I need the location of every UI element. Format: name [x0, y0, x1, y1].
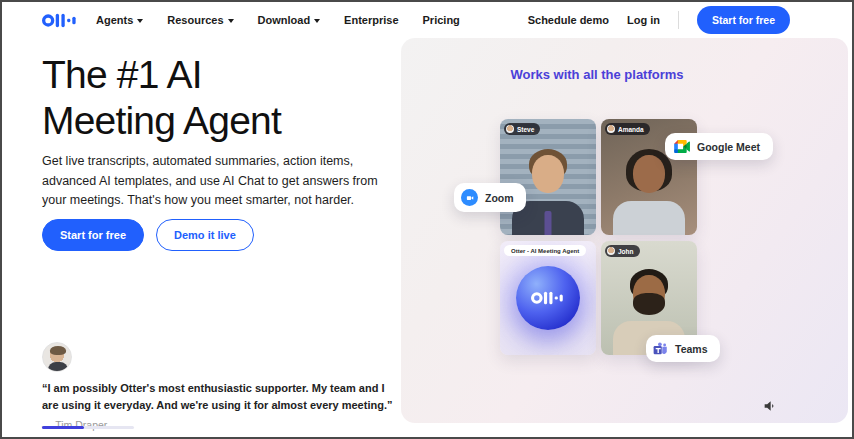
teams-icon: [653, 341, 668, 356]
nav-item-agents[interactable]: Agents: [96, 14, 143, 26]
schedule-demo-link[interactable]: Schedule demo: [528, 14, 609, 26]
zoom-icon: [461, 189, 478, 206]
nav-item-label: Download: [258, 14, 311, 26]
participant-name-badge: John: [605, 245, 640, 257]
person-head: [633, 155, 665, 193]
title-line-2: Meeting Agent: [42, 99, 281, 142]
otter-homepage: Agents Resources Download Enterprise Pri…: [0, 0, 854, 439]
participant-video-otter-agent: Otter - AI Meeting Agent: [500, 241, 596, 355]
carousel-indicator[interactable]: [42, 426, 134, 429]
chevron-down-icon: [314, 19, 320, 23]
start-for-free-button-nav[interactable]: Start for free: [697, 6, 790, 34]
testimonial-quote: “I am possibly Otter's most enthusiastic…: [42, 380, 402, 413]
google-meet-platform-badge: Google Meet: [665, 133, 773, 160]
testimonial: “I am possibly Otter's most enthusiastic…: [42, 342, 402, 431]
login-label: Log in: [627, 14, 660, 26]
participant-name: Steve: [517, 126, 534, 133]
hero-cta-group: Start for free Demo it live: [42, 219, 254, 251]
sound-toggle-icon[interactable]: [761, 398, 779, 416]
person-head: [532, 155, 564, 193]
zoom-platform-badge: Zoom: [454, 183, 526, 212]
demo-it-live-button[interactable]: Demo it live: [156, 219, 254, 251]
teams-badge-label: Teams: [675, 343, 708, 355]
nav-item-label: Resources: [167, 14, 223, 26]
zoom-badge-label: Zoom: [485, 192, 514, 204]
participant-name-badge: Amanda: [605, 123, 650, 135]
start-for-free-button-hero[interactable]: Start for free: [42, 219, 144, 251]
platforms-showcase-panel: Works with all the platforms Steve: [401, 38, 848, 423]
otter-logo[interactable]: [42, 12, 78, 29]
chevron-down-icon: [228, 19, 234, 23]
otter-ai-orb: [516, 266, 580, 330]
otter-logo-icon: [42, 12, 78, 29]
person-body: [613, 201, 685, 235]
participant-avatar-icon: [607, 125, 615, 133]
nav-divider: [678, 11, 679, 29]
teams-platform-badge: Teams: [646, 335, 720, 362]
otter-logo-white-icon: [531, 290, 565, 306]
participant-name-badge: Steve: [504, 123, 540, 135]
participant-name: Otter - AI Meeting Agent: [511, 248, 579, 254]
nav-item-pricing[interactable]: Pricing: [423, 14, 460, 26]
google-meet-icon: [674, 140, 690, 153]
navbar-right: Schedule demo Log in Start for free: [528, 6, 790, 34]
hero-description: Get live transcripts, automated summarie…: [42, 152, 392, 211]
person-beard: [633, 293, 665, 315]
nav-item-resources[interactable]: Resources: [167, 14, 233, 26]
login-link[interactable]: Log in: [627, 14, 660, 26]
person-tie: [545, 211, 552, 235]
nav-item-label: Agents: [96, 14, 133, 26]
nav-item-enterprise[interactable]: Enterprise: [344, 14, 398, 26]
participant-name: John: [618, 248, 634, 255]
title-line-1: The #1 AI: [42, 53, 202, 96]
nav-item-download[interactable]: Download: [258, 14, 321, 26]
testimonial-author: — Tim Draper: [42, 419, 402, 431]
otter-agent-name-badge: Otter - AI Meeting Agent: [504, 245, 586, 256]
avatar-tim-draper: [42, 342, 72, 372]
participant-illustration: [609, 149, 689, 235]
nav-item-label: Enterprise: [344, 14, 398, 26]
navbar: Agents Resources Download Enterprise Pri…: [2, 2, 852, 38]
google-meet-badge-label: Google Meet: [697, 141, 760, 153]
nav-links: Agents Resources Download Enterprise Pri…: [96, 14, 460, 26]
showcase-heading: Works with all the platforms: [401, 67, 793, 82]
nav-item-label: Pricing: [423, 14, 460, 26]
participant-avatar-icon: [506, 125, 514, 133]
participant-video-steve: Steve: [500, 119, 596, 235]
carousel-active-segment: [42, 426, 84, 429]
chevron-down-icon: [137, 19, 143, 23]
participant-avatar-icon: [607, 247, 615, 255]
page-title: The #1 AI Meeting Agent: [42, 52, 281, 144]
participant-name: Amanda: [618, 126, 644, 133]
schedule-demo-label: Schedule demo: [528, 14, 609, 26]
